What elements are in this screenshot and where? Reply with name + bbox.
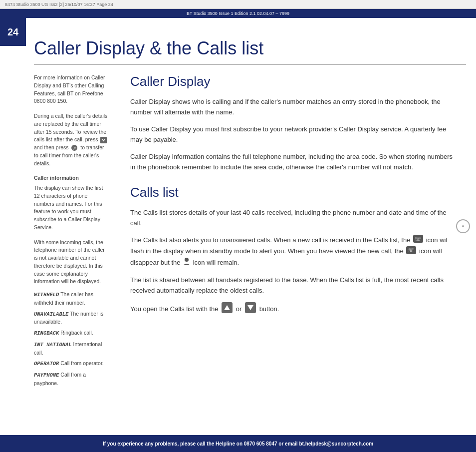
footer: If you experience any problems, please c… xyxy=(0,435,476,452)
print-line: 8474 Studio 3500 UG Iss2 [2] 25/10/07 16… xyxy=(5,2,471,7)
calls-list-p1: The Calls list stores details of your la… xyxy=(130,207,456,229)
svg-text:↗: ↗ xyxy=(72,146,76,151)
calls-list-icon: ☏ xyxy=(413,235,423,246)
svg-point-7 xyxy=(185,258,189,262)
int-national-term: INT NATIONAL xyxy=(34,342,72,348)
operator-item: OPERATOR Call from operator. xyxy=(34,360,109,368)
caller-display-p3: Caller Display information contains the … xyxy=(130,151,456,173)
int-national-item: INT NATIONAL International call. xyxy=(34,341,109,357)
caller-info-text: The display can show the first 12 charac… xyxy=(34,184,109,232)
unavailable-term: UNAVAILABLE xyxy=(34,311,68,317)
left-column: For more information on Caller Display a… xyxy=(0,65,115,426)
caller-display-heading: Caller Display xyxy=(130,74,456,89)
call-icon: ↗ xyxy=(71,144,78,151)
calls-list-p4: You open the Calls list with the or butt… xyxy=(130,302,456,316)
unavailable-item: UNAVAILABLE The number is unavailable. xyxy=(34,310,109,327)
right-column: Caller Display Caller Display shows who … xyxy=(115,65,476,426)
left-para2: During a call, the caller's details are … xyxy=(34,112,109,167)
calls-list-icon2: ☏ xyxy=(406,246,416,257)
payphone-term: PAYPHONE xyxy=(34,372,59,378)
ringback-item: RINGBACK Ringback call. xyxy=(34,329,109,338)
incoming-text: With some incoming calls, the telephone … xyxy=(34,239,109,286)
calls-list-p2: The Calls list also alerts you to unansw… xyxy=(130,235,456,269)
calls-list-p3: The list is shared between all handsets … xyxy=(130,275,456,296)
top-bar-text: BT Studio 3500 Issue 1 Edition 2.1 02.04… xyxy=(187,11,289,16)
up-arrow-button-icon xyxy=(222,302,233,316)
left-para1: For more information on Caller Display a… xyxy=(34,74,109,105)
footer-text: If you experience any problems, please c… xyxy=(103,441,373,447)
scroll-decoration xyxy=(456,219,470,233)
down-arrow-button-icon xyxy=(245,302,256,316)
caller-display-p2: To use Caller Display you must first sub… xyxy=(130,124,456,145)
payphone-item: PAYPHONE Call from a payphone. xyxy=(34,371,109,388)
top-bar: BT Studio 3500 Issue 1 Edition 2.1 02.04… xyxy=(0,9,476,18)
svg-text:☏: ☏ xyxy=(415,236,422,242)
operator-term: OPERATOR xyxy=(34,361,59,367)
svg-rect-0 xyxy=(100,137,107,143)
caller-info-title: Caller information xyxy=(34,174,109,182)
svg-text:☏: ☏ xyxy=(408,247,415,253)
scroll-down-icon xyxy=(100,137,107,143)
calls-list-heading: Calls list xyxy=(130,185,456,200)
caller-display-p1: Caller Display shows who is calling and … xyxy=(130,96,456,118)
ringback-term: RINGBACK xyxy=(34,330,59,336)
person-icon xyxy=(183,257,190,268)
page-number-badge: 24 xyxy=(0,18,26,46)
withheld-item: WITHHELD The caller has withheld their n… xyxy=(34,291,109,307)
withheld-term: WITHHELD xyxy=(34,292,59,298)
page-title: Caller Display & the Calls list xyxy=(34,38,466,59)
